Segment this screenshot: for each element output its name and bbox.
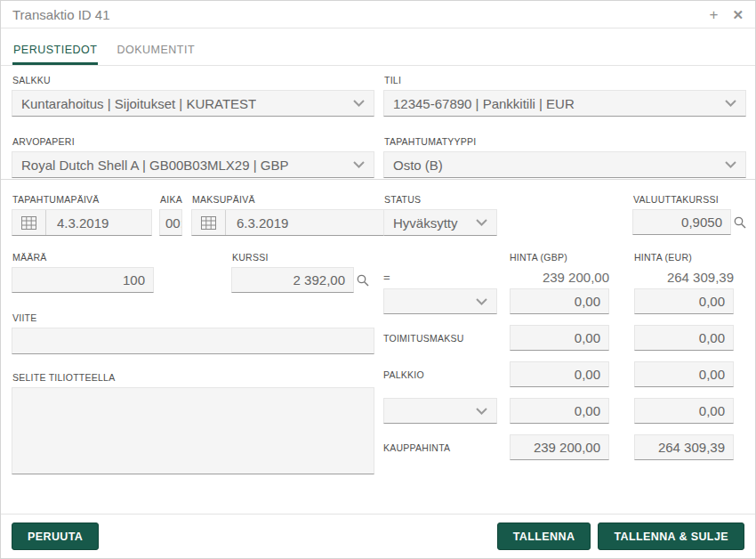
fee-type-select-2[interactable] bbox=[383, 398, 497, 424]
arvopaperi-field: ARVOPAPERI Royal Dutch Shell A | GB00B03… bbox=[12, 136, 374, 178]
tab-perustiedot[interactable]: PERUSTIEDOT bbox=[12, 35, 98, 65]
kauppahinta-gbp-input[interactable] bbox=[510, 434, 609, 460]
tili-value: 12345-67890 | Pankkitili | EUR bbox=[393, 96, 575, 111]
tab-bar: PERUSTIEDOT DOKUMENTIT bbox=[1, 28, 755, 66]
search-icon[interactable] bbox=[734, 216, 746, 229]
tab-dokumentit[interactable]: DOKUMENTIT bbox=[116, 35, 196, 65]
hinta-eur-column-header: HINTA (EUR) bbox=[634, 252, 734, 263]
equals-label: = bbox=[383, 271, 497, 284]
tapahtumatyyppi-select[interactable]: Osto (B) bbox=[383, 151, 746, 178]
kurssi-label: KURSSI bbox=[232, 252, 369, 263]
chevron-down-icon bbox=[476, 219, 487, 226]
toimitusmaksu-eur-input[interactable] bbox=[634, 325, 734, 351]
selite-label: SELITE TILIOTTEELLA bbox=[12, 372, 374, 383]
viite-label: VIITE bbox=[12, 312, 374, 323]
valuuttakurssi-label: VALUUTTAKURSSI bbox=[633, 194, 746, 205]
price-grid: HINTA (GBP) HINTA (EUR) = 239 200,00 264… bbox=[383, 252, 746, 460]
status-label: STATUS bbox=[384, 194, 497, 205]
fee2-eur-input[interactable] bbox=[634, 398, 734, 424]
hinta-eur-value: 264 309,39 bbox=[634, 270, 734, 285]
search-icon[interactable] bbox=[357, 274, 369, 287]
kurssi-field: KURSSI bbox=[231, 252, 369, 293]
calendar-icon[interactable] bbox=[192, 210, 226, 235]
dialog-title: Transaktio ID 41 bbox=[12, 7, 709, 22]
chevron-down-icon bbox=[476, 408, 487, 415]
salkku-value: Kuntarahoitus | Sijoitukset | KURATEST bbox=[21, 96, 256, 111]
aika-label: AIKA bbox=[160, 194, 182, 205]
kauppahinta-label: KAUPPAHINTA bbox=[383, 442, 497, 453]
toimitusmaksu-gbp-input[interactable] bbox=[510, 325, 609, 351]
transaction-dialog: Transaktio ID 41 + ✕ PERUSTIEDOT DOKUMEN… bbox=[0, 0, 756, 559]
viite-input[interactable] bbox=[12, 328, 374, 354]
tapahtumapaiva-label: TAPAHTUMAPÄIVÄ bbox=[12, 194, 152, 205]
kurssi-input[interactable] bbox=[231, 267, 354, 293]
viite-field: VIITE bbox=[12, 312, 374, 354]
palkkio-gbp-input[interactable] bbox=[510, 361, 609, 387]
maksupaiva-field: MAKSUPÄIVÄ bbox=[191, 194, 414, 236]
kauppahinta-eur-input[interactable] bbox=[634, 434, 734, 460]
dialog-header: Transaktio ID 41 + ✕ bbox=[1, 1, 755, 28]
palkkio-label: PALKKIO bbox=[383, 369, 497, 380]
calendar-icon[interactable] bbox=[12, 210, 46, 235]
tapahtumatyyppi-value: Osto (B) bbox=[393, 158, 443, 173]
chevron-down-icon bbox=[725, 100, 736, 107]
chevron-down-icon bbox=[725, 161, 736, 168]
fee2-gbp-input[interactable] bbox=[510, 398, 609, 424]
tili-field: TILI 12345-67890 | Pankkitili | EUR bbox=[383, 75, 746, 117]
arvopaperi-select[interactable]: Royal Dutch Shell A | GB00B03MLX29 | GBP bbox=[12, 151, 374, 178]
valuuttakurssi-input[interactable] bbox=[632, 209, 731, 235]
valuuttakurssi-field: VALUUTTAKURSSI bbox=[632, 194, 746, 236]
tili-label: TILI bbox=[384, 75, 746, 85]
arvopaperi-value: Royal Dutch Shell A | GB00B03MLX29 | GBP bbox=[21, 158, 288, 173]
maara-input[interactable] bbox=[12, 267, 154, 293]
chevron-down-icon bbox=[353, 161, 365, 168]
cancel-button[interactable]: PERUUTA bbox=[12, 523, 99, 550]
arvopaperi-label: ARVOPAPERI bbox=[12, 136, 374, 147]
selite-textarea[interactable] bbox=[12, 387, 374, 474]
selite-field: SELITE TILIOTTEELLA bbox=[12, 372, 374, 478]
toimitusmaksu-label: TOIMITUSMAKSU bbox=[383, 333, 497, 344]
hinta-gbp-value: 239 200,00 bbox=[510, 270, 609, 285]
maara-field: MÄÄRÄ bbox=[12, 252, 154, 293]
tapahtumapaiva-field: TAPAHTUMAPÄIVÄ bbox=[12, 194, 152, 236]
fee1-gbp-input[interactable] bbox=[510, 288, 609, 314]
fee-type-select-1[interactable] bbox=[383, 288, 497, 314]
tapahtumatyyppi-field: TAPAHTUMATYYPPI Osto (B) bbox=[383, 136, 746, 178]
salkku-field: SALKKU Kuntarahoitus | Sijoitukset | KUR… bbox=[12, 75, 374, 117]
maara-label: MÄÄRÄ bbox=[12, 252, 154, 263]
aika-input[interactable] bbox=[160, 210, 181, 235]
status-field: STATUS Hyväksytty bbox=[383, 194, 497, 236]
tili-select[interactable]: 12345-67890 | Pankkitili | EUR bbox=[383, 90, 746, 117]
chevron-down-icon bbox=[476, 298, 487, 305]
maksupaiva-label: MAKSUPÄIVÄ bbox=[192, 194, 414, 205]
save-and-close-button[interactable]: TALLENNA & SULJE bbox=[598, 523, 744, 550]
palkkio-eur-input[interactable] bbox=[634, 361, 734, 387]
section-divider bbox=[1, 179, 755, 180]
salkku-select[interactable]: Kuntarahoitus | Sijoitukset | KURATEST bbox=[12, 90, 374, 117]
chevron-down-icon bbox=[353, 100, 365, 107]
status-select[interactable]: Hyväksytty bbox=[383, 209, 497, 236]
add-icon[interactable]: + bbox=[709, 7, 718, 22]
aika-field: AIKA bbox=[159, 194, 182, 236]
dialog-footer: PERUUTA TALLENNA TALLENNA & SULJE bbox=[1, 514, 755, 558]
fee1-eur-input[interactable] bbox=[634, 288, 734, 314]
tapahtumatyyppi-label: TAPAHTUMATYYPPI bbox=[384, 136, 746, 147]
close-icon[interactable]: ✕ bbox=[732, 8, 744, 21]
hinta-gbp-column-header: HINTA (GBP) bbox=[510, 252, 609, 263]
status-value: Hyväksytty bbox=[393, 215, 458, 231]
tapahtumapaiva-input[interactable] bbox=[46, 210, 151, 235]
save-button[interactable]: TALLENNA bbox=[497, 523, 591, 550]
salkku-label: SALKKU bbox=[12, 75, 374, 85]
